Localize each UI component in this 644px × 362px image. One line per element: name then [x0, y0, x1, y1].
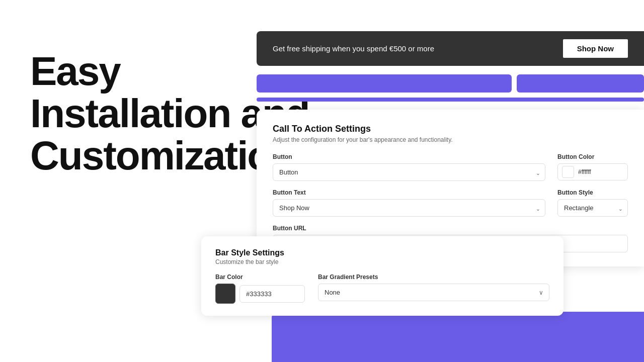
shop-now-button[interactable]: Shop Now	[563, 39, 628, 58]
button-style-select[interactable]: Rectangle Rounded Pill	[557, 199, 628, 217]
button-style-label: Button Style	[557, 189, 628, 196]
button-color-label: Button Color	[557, 153, 628, 160]
cta-card-subtitle: Adjust the configuration for your bar's …	[273, 136, 628, 143]
purple-preview-row-1	[257, 74, 644, 93]
gradient-select-wrapper[interactable]: None Sunset Ocean Forest Purple Haze	[318, 284, 549, 301]
bar-form-row: Bar Color Bar Gradient Presets None Suns…	[215, 274, 549, 304]
right-panel: Get free shipping when you spend €500 or…	[252, 0, 644, 362]
cta-card-title: Call To Action Settings	[273, 124, 628, 134]
purple-btn-narrow-1	[517, 74, 644, 93]
button-color-value[interactable]	[578, 168, 618, 175]
purple-btn-wide-1	[257, 74, 512, 93]
button-text-select-wrapper[interactable]: Shop Now Buy Now Get Started	[273, 199, 545, 217]
bar-color-label: Bar Color	[215, 274, 306, 281]
bar-gradient-label: Bar Gradient Presets	[318, 274, 549, 281]
button-text-group: Button Text Shop Now Buy Now Get Started	[273, 189, 545, 217]
button-type-select[interactable]: Button Link None	[273, 163, 545, 181]
preview-bar-message: Get free shipping when you spend €500 or…	[273, 44, 434, 53]
bar-color-row	[215, 284, 306, 304]
button-color-input-row[interactable]	[557, 163, 628, 180]
button-type-group: Button Button Link None	[273, 153, 545, 181]
purple-large-bar	[272, 312, 644, 362]
purple-divider-line	[257, 98, 644, 102]
button-style-select-wrapper[interactable]: Rectangle Rounded Pill	[557, 199, 628, 217]
bar-style-subtitle: Customize the bar style	[215, 258, 549, 265]
button-url-label: Button URL	[273, 225, 628, 232]
bar-color-input[interactable]	[239, 285, 305, 303]
bar-style-title: Bar Style Settings	[215, 248, 549, 257]
bar-color-swatch[interactable]	[215, 284, 235, 304]
button-text-select[interactable]: Shop Now Buy Now Get Started	[273, 199, 545, 217]
preview-bar: Get free shipping when you spend €500 or…	[257, 31, 644, 66]
bar-style-card: Bar Style Settings Customize the bar sty…	[201, 236, 564, 316]
button-type-label: Button	[273, 153, 545, 160]
bar-gradient-group: Bar Gradient Presets None Sunset Ocean F…	[318, 274, 549, 301]
button-color-group: Button Color	[557, 153, 628, 181]
gradient-select[interactable]: None Sunset Ocean Forest Purple Haze	[318, 284, 549, 301]
button-color-swatch[interactable]	[562, 166, 574, 178]
button-text-label: Button Text	[273, 189, 545, 196]
button-type-select-wrapper[interactable]: Button Link None	[273, 163, 545, 181]
button-style-group: Button Style Rectangle Rounded Pill	[557, 189, 628, 217]
bar-color-group: Bar Color	[215, 274, 306, 304]
